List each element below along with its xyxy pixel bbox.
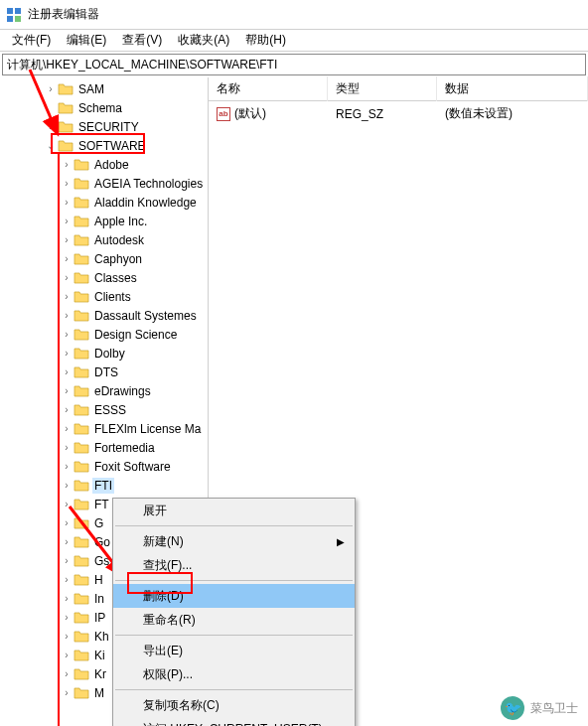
tree-node[interactable]: ›FLEXlm License Ma: [0, 419, 208, 438]
ctx-expand[interactable]: 展开: [113, 499, 355, 522]
expand-chevron-icon[interactable]: ›: [60, 216, 74, 226]
tree-node[interactable]: ›eDrawings: [0, 381, 208, 400]
tree-node-label: Caphyon: [92, 251, 144, 267]
expand-chevron-icon[interactable]: ⌄: [44, 140, 58, 151]
expand-chevron-icon[interactable]: ›: [60, 197, 74, 208]
list-row[interactable]: ab(默认)REG_SZ(数值未设置): [209, 101, 588, 126]
ctx-separator: [115, 525, 353, 526]
tree-node[interactable]: ›AGEIA Technologies: [0, 174, 208, 193]
ctx-goto-hkcu[interactable]: 访问 HKEY_CURRENT_USER(T): [113, 717, 355, 726]
tree-node-label: M: [92, 685, 106, 701]
expand-chevron-icon[interactable]: ›: [60, 461, 74, 472]
tree-node-label: Kr: [92, 666, 108, 682]
expand-chevron-icon[interactable]: ›: [60, 650, 74, 660]
folder-icon: [74, 649, 89, 662]
tree-node[interactable]: Schema: [0, 98, 208, 117]
folder-icon: [74, 233, 89, 247]
menu-edit[interactable]: 编辑(E): [59, 30, 114, 51]
ctx-permissions[interactable]: 权限(P)...: [113, 662, 355, 686]
expand-chevron-icon[interactable]: ›: [60, 366, 74, 377]
expand-chevron-icon[interactable]: ›: [60, 593, 74, 604]
menu-view[interactable]: 查看(V): [114, 30, 170, 51]
col-data[interactable]: 数据: [437, 76, 588, 101]
tree-node[interactable]: ›Caphyon: [0, 249, 208, 268]
tree-node[interactable]: ›SAM: [0, 79, 208, 98]
context-menu: 展开 新建(N)▶ 查找(F)... 删除(D) 重命名(R) 导出(E) 权限…: [112, 498, 356, 726]
tree-node[interactable]: ›ESSS: [0, 400, 208, 419]
expand-chevron-icon[interactable]: ›: [60, 612, 74, 623]
tree-node-label: IP: [92, 610, 107, 626]
expand-chevron-icon[interactable]: ›: [60, 291, 74, 302]
expand-chevron-icon[interactable]: ›: [60, 329, 74, 340]
expand-chevron-icon[interactable]: ›: [60, 234, 74, 245]
col-name[interactable]: 名称: [209, 76, 328, 101]
expand-chevron-icon[interactable]: ›: [60, 253, 74, 264]
folder-icon: [74, 611, 89, 625]
address-text: 计算机\HKEY_LOCAL_MACHINE\SOFTWARE\FTI: [7, 57, 277, 73]
menu-favorites[interactable]: 收藏夹(A): [170, 30, 237, 51]
tree-node[interactable]: ›SECURITY: [0, 117, 208, 136]
expand-chevron-icon[interactable]: ›: [60, 178, 74, 189]
expand-chevron-icon[interactable]: ›: [60, 385, 74, 396]
expand-chevron-icon[interactable]: ›: [60, 499, 74, 509]
ctx-copy-key-name[interactable]: 复制项名称(C): [113, 693, 355, 717]
tree-node[interactable]: ›Dassault Systemes: [0, 306, 208, 325]
tree-node-label: SOFTWARE: [76, 138, 148, 154]
tree-node[interactable]: ›Adobe: [0, 155, 208, 174]
ctx-delete[interactable]: 删除(D): [113, 584, 355, 608]
tree-node-label: AGEIA Technologies: [92, 176, 205, 192]
ctx-rename[interactable]: 重命名(R): [113, 608, 355, 632]
expand-chevron-icon[interactable]: ›: [44, 83, 58, 94]
expand-chevron-icon[interactable]: ›: [60, 423, 74, 434]
tree-node[interactable]: ›Fortemedia: [0, 438, 208, 457]
tree-node-label: SAM: [76, 81, 106, 97]
tree-node[interactable]: ›DTS: [0, 363, 208, 381]
folder-icon: [74, 309, 89, 323]
tree-node-label: Go: [92, 534, 112, 550]
watermark: 🐦 菜鸟卫士: [501, 696, 578, 720]
expand-chevron-icon[interactable]: ›: [60, 536, 74, 547]
svg-rect-1: [15, 8, 21, 14]
expand-chevron-icon[interactable]: ›: [60, 687, 74, 698]
tree-node[interactable]: ›Foxit Software: [0, 457, 208, 476]
ctx-new[interactable]: 新建(N)▶: [113, 529, 355, 553]
folder-icon: [74, 177, 89, 191]
folder-icon: [58, 101, 74, 115]
tree-node[interactable]: ›Apple Inc.: [0, 212, 208, 230]
tree-node[interactable]: ›Aladdin Knowledge: [0, 193, 208, 212]
expand-chevron-icon[interactable]: ›: [60, 348, 74, 359]
tree-node-label: Design Science: [92, 327, 179, 343]
expand-chevron-icon[interactable]: ›: [60, 159, 74, 170]
ctx-find[interactable]: 查找(F)...: [113, 553, 355, 577]
expand-chevron-icon[interactable]: ›: [60, 517, 74, 528]
tree-node[interactable]: ›FTI: [0, 476, 208, 495]
tree-node-label: FT: [92, 497, 111, 512]
expand-chevron-icon[interactable]: ›: [60, 574, 74, 585]
tree-node[interactable]: ⌄SOFTWARE: [0, 136, 208, 155]
tree-node-label: Apple Inc.: [92, 214, 149, 229]
expand-chevron-icon[interactable]: ›: [60, 668, 74, 679]
tree-node[interactable]: ›Design Science: [0, 325, 208, 344]
expand-chevron-icon[interactable]: ›: [60, 555, 74, 566]
expand-chevron-icon[interactable]: ›: [60, 442, 74, 453]
expand-chevron-icon[interactable]: ›: [60, 310, 74, 321]
ctx-export[interactable]: 导出(E): [113, 639, 355, 662]
folder-icon: [74, 422, 89, 436]
expand-chevron-icon[interactable]: ›: [44, 121, 58, 132]
tree-node[interactable]: ›Classes: [0, 268, 208, 287]
expand-chevron-icon[interactable]: ›: [60, 631, 74, 642]
tree-node[interactable]: ›Autodesk: [0, 230, 208, 249]
expand-chevron-icon[interactable]: ›: [60, 404, 74, 415]
tree-node[interactable]: ›Clients: [0, 287, 208, 306]
expand-chevron-icon[interactable]: ›: [60, 480, 74, 491]
tree-node-label: FLEXlm License Ma: [92, 421, 203, 437]
folder-icon: [74, 630, 89, 644]
col-type[interactable]: 类型: [328, 76, 437, 101]
expand-chevron-icon[interactable]: ›: [60, 272, 74, 283]
addressbar[interactable]: 计算机\HKEY_LOCAL_MACHINE\SOFTWARE\FTI: [2, 54, 586, 75]
tree-node-label: G: [92, 515, 105, 531]
menu-file[interactable]: 文件(F): [4, 30, 59, 51]
tree-node[interactable]: ›Dolby: [0, 344, 208, 363]
tree-node-label: Fortemedia: [92, 440, 157, 456]
menu-help[interactable]: 帮助(H): [237, 30, 294, 51]
